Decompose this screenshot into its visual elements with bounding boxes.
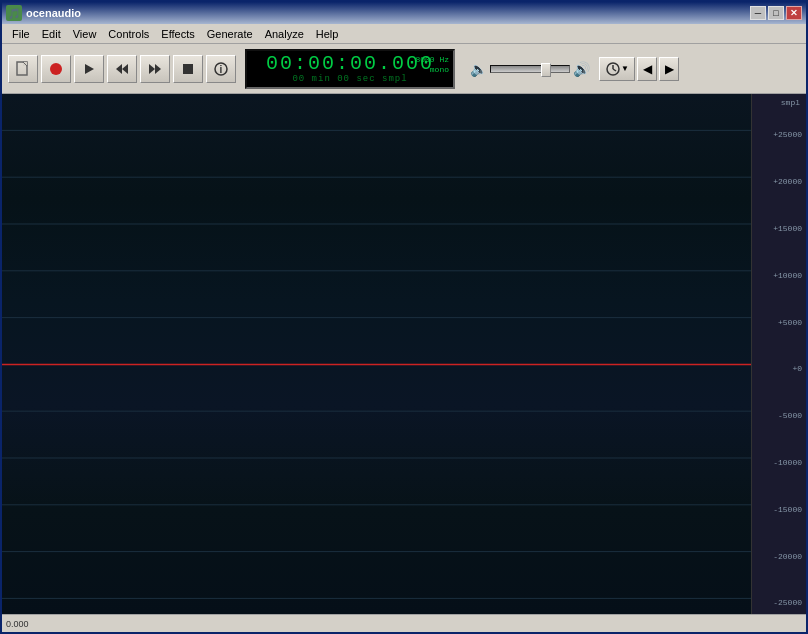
- stop-button[interactable]: [173, 55, 203, 83]
- menu-bar: File Edit View Controls Effects Generate…: [2, 24, 806, 44]
- menu-controls[interactable]: Controls: [102, 26, 155, 42]
- svg-line-15: [613, 69, 616, 71]
- timer-button[interactable]: ▼: [599, 57, 635, 81]
- volume-slider[interactable]: [490, 65, 570, 73]
- menu-effects[interactable]: Effects: [155, 26, 200, 42]
- scale-label-15000n: -15000: [773, 505, 802, 514]
- transport-display: 00:00:00.000 00 min 00 sec smpl 8000 Hz …: [245, 49, 455, 89]
- close-button[interactable]: ✕: [786, 6, 802, 20]
- sub-time-display: 00 min 00 sec smpl: [292, 74, 407, 84]
- svg-rect-10: [183, 64, 193, 74]
- scale-label-25000n: -25000: [773, 598, 802, 607]
- toolbar: i 00:00:00.000 00 min 00 sec smpl 8000 H…: [2, 44, 806, 94]
- volume-control: 🔈 🔊: [470, 61, 590, 77]
- menu-view[interactable]: View: [67, 26, 103, 42]
- status-bar: 0.000: [2, 614, 806, 632]
- timer-dropdown-arrow: ▼: [621, 64, 629, 73]
- status-position: 0.000: [6, 619, 29, 629]
- menu-file[interactable]: File: [6, 26, 36, 42]
- info-icon: i: [213, 61, 229, 77]
- svg-marker-5: [85, 64, 94, 74]
- menu-generate[interactable]: Generate: [201, 26, 259, 42]
- fast-forward-button[interactable]: [140, 55, 170, 83]
- scale-label-zero: +0: [792, 364, 802, 373]
- frequency-display: 8000 Hz mono: [415, 55, 449, 76]
- volume-low-icon: 🔈: [470, 61, 487, 77]
- record-icon: [48, 61, 64, 77]
- scale-label-5000p: +5000: [778, 318, 802, 327]
- svg-point-4: [50, 63, 62, 75]
- scale-label-15000p: +15000: [773, 224, 802, 233]
- maximize-button[interactable]: □: [768, 6, 784, 20]
- time-display: 00:00:00.000: [266, 54, 434, 74]
- clock-icon: [605, 61, 621, 77]
- scale-label-20000n: -20000: [773, 552, 802, 561]
- volume-high-icon: 🔊: [573, 61, 590, 77]
- rewind-button[interactable]: [107, 55, 137, 83]
- nav-back-button[interactable]: ◀: [637, 57, 657, 81]
- svg-marker-7: [122, 64, 128, 74]
- waveform-area[interactable]: [2, 94, 751, 614]
- menu-analyze[interactable]: Analyze: [259, 26, 310, 42]
- timer-area: ▼ ◀ ▶: [599, 57, 679, 81]
- scale-label-20000p: +20000: [773, 177, 802, 186]
- minimize-button[interactable]: ─: [750, 6, 766, 20]
- record-button[interactable]: [41, 55, 71, 83]
- scale-label-5000n: -5000: [778, 411, 802, 420]
- main-area: smpl +25000 +20000 +15000 +10000 +5000 +…: [2, 94, 806, 614]
- svg-marker-8: [149, 64, 155, 74]
- new-icon: [15, 61, 31, 77]
- window-controls: ─ □ ✕: [750, 6, 802, 20]
- nav-forward-button[interactable]: ▶: [659, 57, 679, 81]
- amplitude-scale: smpl +25000 +20000 +15000 +10000 +5000 +…: [751, 94, 806, 614]
- new-button[interactable]: [8, 55, 38, 83]
- play-button[interactable]: [74, 55, 104, 83]
- svg-text:i: i: [220, 64, 223, 75]
- svg-marker-6: [116, 64, 122, 74]
- window-title: ocenaudio: [26, 7, 750, 19]
- fast-forward-icon: [147, 61, 163, 77]
- play-icon: [81, 61, 97, 77]
- main-window: 🎵 ocenaudio ─ □ ✕ File Edit View Control…: [0, 0, 808, 634]
- info-button[interactable]: i: [206, 55, 236, 83]
- stop-icon: [180, 61, 196, 77]
- scale-label-25000p: +25000: [773, 130, 802, 139]
- menu-edit[interactable]: Edit: [36, 26, 67, 42]
- menu-help[interactable]: Help: [310, 26, 345, 42]
- waveform-svg: [2, 94, 751, 614]
- scale-label-10000p: +10000: [773, 271, 802, 280]
- title-bar: 🎵 ocenaudio ─ □ ✕: [2, 2, 806, 24]
- scale-label-10000n: -10000: [773, 458, 802, 467]
- svg-marker-9: [155, 64, 161, 74]
- amplitude-unit-label: smpl: [781, 98, 800, 107]
- volume-thumb[interactable]: [541, 63, 551, 77]
- app-icon: 🎵: [6, 5, 22, 21]
- rewind-icon: [114, 61, 130, 77]
